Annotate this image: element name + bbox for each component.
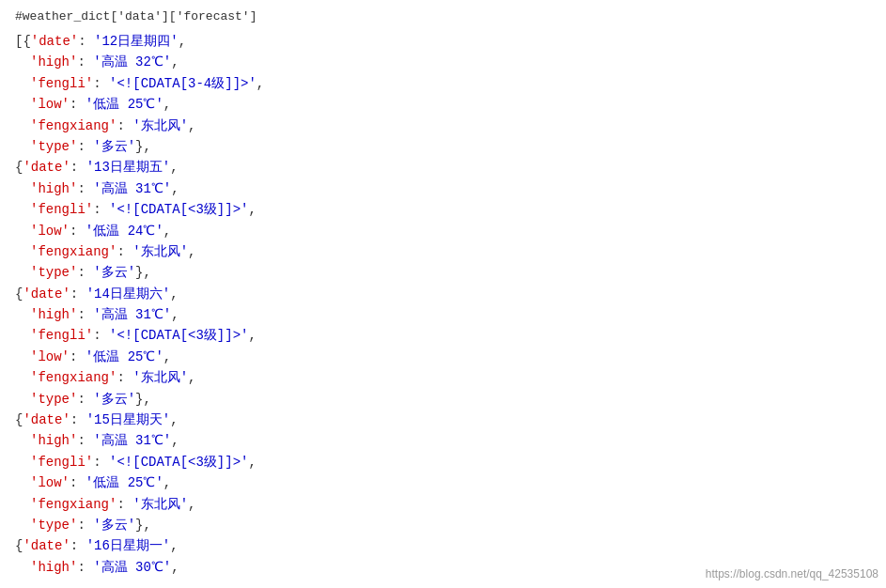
list-item: 'fengxiang': '东北风', bbox=[15, 367, 871, 388]
code-block: [{'date': '12日星期四', 'high': '高温 32℃', 'f… bbox=[15, 31, 871, 578]
list-item: {'date': '13日星期五', bbox=[15, 157, 871, 178]
header-line: #weather_dict['data']['forecast'] bbox=[15, 9, 871, 23]
list-item: {'date': '14日星期六', bbox=[15, 284, 871, 304]
code-viewer: #weather_dict['data']['forecast'] [{'dat… bbox=[0, 0, 886, 588]
list-item: 'type': '多云'}, bbox=[15, 389, 871, 410]
list-item: 'high': '高温 31℃', bbox=[15, 178, 871, 199]
list-item: 'high': '高温 31℃', bbox=[15, 304, 871, 325]
list-item: {'date': '15日星期天', bbox=[15, 410, 871, 430]
list-item: 'fengxiang': '东北风', bbox=[15, 241, 871, 262]
list-item: 'fengli': '<![CDATA[3-4级]]>', bbox=[15, 73, 871, 94]
list-item: 'low': '低温 25℃', bbox=[15, 347, 871, 367]
header-text: #weather_dict['data']['forecast'] bbox=[15, 9, 256, 23]
list-item: 'type': '多云'}, bbox=[15, 262, 871, 283]
list-open: [{'date': '12日星期四', bbox=[15, 31, 871, 52]
list-item: 'low': '低温 25℃', bbox=[15, 472, 871, 493]
watermark: https://blog.csdn.net/qq_42535108 bbox=[706, 567, 878, 580]
list-item: 'low': '低温 25℃', bbox=[15, 94, 871, 115]
list-item: 'fengli': '<![CDATA[<3级]]>', bbox=[15, 325, 871, 346]
list-item: 'type': '多云'}, bbox=[15, 515, 871, 535]
list-item: 'high': '高温 31℃', bbox=[15, 430, 871, 451]
list-item: 'low': '低温 24℃', bbox=[15, 221, 871, 241]
list-item: 'fengli': '<![CDATA[<3级]]>', bbox=[15, 452, 871, 472]
list-item: 'fengxiang': '东北风', bbox=[15, 116, 871, 136]
list-item: {'date': '16日星期一', bbox=[15, 535, 871, 556]
list-item: 'fengxiang': '东北风', bbox=[15, 494, 871, 515]
list-item: 'fengli': '<![CDATA[<3级]]>', bbox=[15, 199, 871, 220]
list-item: 'high': '高温 32℃', bbox=[15, 52, 871, 72]
list-item: 'type': '多云'}, bbox=[15, 136, 871, 157]
